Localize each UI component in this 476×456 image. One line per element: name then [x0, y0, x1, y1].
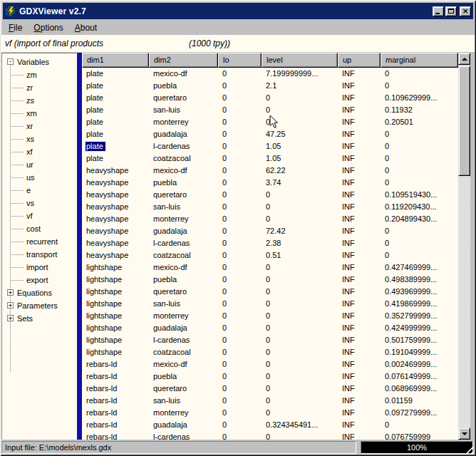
table-cell[interactable]: 0.068969999...	[381, 383, 458, 395]
tree-node-label[interactable]: e	[26, 186, 31, 195]
tree-node-label[interactable]: Equations	[17, 289, 52, 297]
table-cell[interactable]: 0.097279999...	[381, 407, 458, 419]
menu-options[interactable]: Options	[28, 21, 68, 35]
tree-node-transport[interactable]: transport	[2, 248, 76, 261]
table-cell[interactable]: san-luis	[149, 201, 218, 213]
table-cell[interactable]: INF	[338, 68, 381, 80]
tree-node-label[interactable]: vf	[26, 212, 33, 220]
table-cell[interactable]: 72.42	[262, 225, 338, 237]
table-cell[interactable]: monterrey	[149, 213, 218, 225]
table-cell[interactable]: 0	[381, 80, 458, 92]
table-cell[interactable]: 0.076759999	[381, 431, 458, 440]
table-cell[interactable]: rebars-ld	[82, 407, 149, 419]
table-cell[interactable]: monterrey	[149, 407, 218, 419]
collapse-icon[interactable]: -	[7, 58, 14, 65]
tree-node-import[interactable]: import	[2, 261, 76, 274]
table-cell[interactable]: 0	[218, 189, 262, 201]
tree-node-label[interactable]: zs	[26, 96, 34, 105]
table-cell[interactable]: INF	[338, 274, 381, 286]
table-row[interactable]: rebars-ldl-cardenas00INF0.076759999	[82, 431, 458, 440]
table-cell[interactable]: heavyshape	[82, 201, 149, 213]
tree-node-label[interactable]: vs	[26, 199, 34, 207]
table-cell[interactable]: rebars-ld	[82, 419, 149, 431]
table-row[interactable]: heavyshapel-cardenas02.38INF0	[82, 237, 458, 249]
table-cell[interactable]: 0	[262, 201, 338, 213]
table-cell[interactable]: plate	[82, 80, 149, 92]
table-cell[interactable]: plate	[82, 152, 149, 165]
table-cell[interactable]: 0	[262, 346, 338, 358]
table-row[interactable]: lightshapequeretaro00INF0.493969999...	[82, 286, 458, 298]
table-cell[interactable]: 0	[218, 358, 262, 370]
table-cell[interactable]: 0	[262, 322, 338, 334]
table-cell[interactable]: INF	[338, 140, 381, 152]
table-cell[interactable]: 0	[262, 407, 338, 419]
tree-node-zr[interactable]: zr	[2, 81, 76, 94]
table-cell[interactable]: l-cardenas	[149, 237, 218, 249]
table-cell[interactable]: coatzacoal	[149, 152, 218, 165]
table-row[interactable]: lightshapel-cardenas00INF0.501759999...	[82, 334, 458, 346]
table-cell[interactable]: san-luis	[149, 298, 218, 310]
table-cell[interactable]: 0	[262, 431, 338, 440]
table-cell[interactable]: 7.199999999...	[262, 68, 338, 80]
table-cell[interactable]: 0	[218, 213, 262, 225]
tree-node-label[interactable]: xm	[26, 109, 37, 118]
table-cell[interactable]: 0	[218, 310, 262, 322]
tree-node-label[interactable]: xs	[26, 135, 34, 143]
table-row[interactable]: rebars-ldsan-luis00INF0.01159	[82, 395, 458, 407]
table-row[interactable]: platemexico-df07.199999999...INF0	[82, 68, 458, 80]
vertical-scrollbar[interactable]	[458, 53, 470, 440]
table-cell[interactable]: guadalaja	[149, 128, 218, 140]
table-cell[interactable]: coatzacoal	[149, 346, 218, 358]
table-cell[interactable]: 0.424999999...	[381, 322, 458, 334]
table-cell[interactable]: 0	[218, 370, 262, 383]
table-cell[interactable]: guadalaja	[149, 419, 218, 431]
table-cell[interactable]: lightshape	[82, 346, 149, 358]
table-cell[interactable]: INF	[338, 383, 381, 395]
table-cell[interactable]: 0	[381, 225, 458, 237]
table-cell[interactable]: puebla	[149, 370, 218, 383]
table-row[interactable]: heavyshapemexico-df062.22INF0	[82, 165, 458, 177]
table-cell[interactable]: guadalaja	[149, 225, 218, 237]
table-cell[interactable]: heavyshape	[82, 225, 149, 237]
scroll-up-button[interactable]	[458, 53, 470, 65]
table-row[interactable]: rebars-ldmexico-df00INF0.002469999...	[82, 358, 458, 370]
table-cell[interactable]: puebla	[149, 177, 218, 189]
table-cell[interactable]: 0	[218, 116, 262, 128]
table-cell[interactable]: 62.22	[262, 165, 338, 177]
table-cell[interactable]: 0	[262, 383, 338, 395]
table-cell[interactable]: 0	[381, 128, 458, 140]
table-cell[interactable]: 0	[218, 383, 262, 395]
table-cell[interactable]: heavyshape	[82, 189, 149, 201]
table-cell[interactable]: 0.191049999...	[381, 346, 458, 358]
table-cell[interactable]: INF	[338, 152, 381, 165]
table-cell[interactable]: 2.1	[262, 80, 338, 92]
table-cell[interactable]: rebars-ld	[82, 431, 149, 440]
table-cell[interactable]: INF	[338, 346, 381, 358]
table-cell[interactable]: 0	[218, 249, 262, 261]
table-cell[interactable]: l-cardenas	[149, 334, 218, 346]
table-cell[interactable]: san-luis	[149, 104, 218, 116]
table-cell[interactable]: INF	[338, 213, 381, 225]
expand-icon[interactable]: +	[7, 315, 14, 321]
close-button[interactable]: ×	[460, 6, 471, 16]
table-cell[interactable]: 3.74	[262, 177, 338, 189]
table-cell[interactable]: monterrey	[149, 310, 218, 322]
table-cell[interactable]: heavyshape	[82, 177, 149, 189]
table-cell[interactable]: INF	[338, 286, 381, 298]
table-cell[interactable]: INF	[338, 249, 381, 261]
table-cell[interactable]: 0	[218, 431, 262, 440]
table-row[interactable]: platequeretaro00INF0.109629999...	[82, 92, 458, 104]
table-cell[interactable]: heavyshape	[82, 165, 149, 177]
table-cell[interactable]: 2.38	[262, 237, 338, 249]
table-row[interactable]: rebars-ldqueretaro00INF0.068969999...	[82, 383, 458, 395]
table-cell[interactable]: puebla	[149, 80, 218, 92]
tree-node-equations[interactable]: + Equations	[2, 286, 76, 299]
table-cell[interactable]: 0	[262, 310, 338, 322]
table-row[interactable]: heavyshapeguadalaja072.42INF0	[82, 225, 458, 237]
table-cell[interactable]: rebars-ld	[82, 383, 149, 395]
table-cell[interactable]: INF	[338, 177, 381, 189]
column-header-level[interactable]: level	[262, 53, 338, 68]
table-cell[interactable]: mexico-df	[149, 358, 218, 370]
table-cell[interactable]: queretaro	[149, 286, 218, 298]
tree-node-label[interactable]: xr	[26, 122, 33, 130]
